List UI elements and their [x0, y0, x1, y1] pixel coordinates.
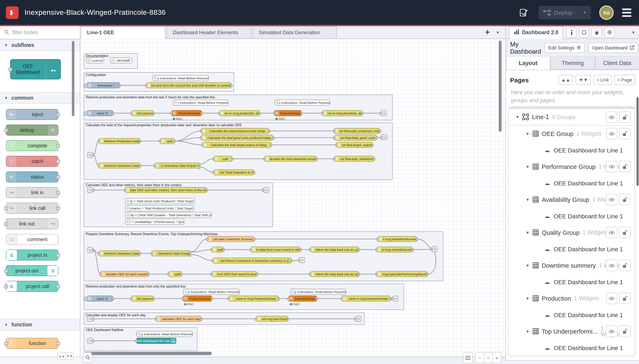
ai-flow-assistant-icon[interactable]	[518, 6, 530, 18]
tree-widget[interactable]: OEE Dashboard for Line 1	[509, 175, 635, 191]
palette-node-link-in[interactable]: ↪link in	[6, 187, 58, 198]
comment-node[interactable]: Key Instructions: Read Before Proceeding	[290, 289, 346, 295]
sort-node[interactable]: ⇅Sort data from most recent to oldest	[251, 246, 300, 252]
tree-widget[interactable]: OEE Dashboard for Line 1	[509, 306, 635, 323]
palette-node-link-out[interactable]: link out↪	[6, 218, 58, 229]
chevron-down-icon[interactable]: ▼	[516, 115, 519, 119]
main-menu-icon[interactable]	[622, 8, 631, 17]
inject-node[interactable]: ➤inject ↻	[87, 110, 113, 116]
change-node[interactable]: ⇄Retrieve Downtime Data	[99, 162, 140, 168]
tree-group-downtime-summery[interactable]: ▼Downtime summery1 Widgets	[509, 257, 635, 274]
link-out-node[interactable]: ↪	[381, 110, 387, 116]
tree-widget[interactable]: OEE Dashboard for Line 1	[509, 241, 635, 257]
expand-all-button[interactable]: ▼▼	[576, 75, 591, 85]
navigator-toggle-icon[interactable]	[464, 352, 472, 363]
tree-group-oee[interactable]: ▼OEE Group1 Widgets	[509, 126, 635, 142]
change-node[interactable]: ⇄set flow.total_good_units	[334, 135, 377, 140]
visibility-eye-icon[interactable]	[606, 128, 617, 139]
join-node[interactable]: |◂Combine the data back into an array.	[310, 271, 359, 277]
unlock-icon[interactable]	[619, 326, 630, 337]
visibility-eye-icon[interactable]	[606, 161, 617, 172]
palette-node-inject[interactable]: ➤inject	[6, 109, 58, 120]
add-link-button[interactable]: + Link	[593, 75, 612, 85]
add-page-button[interactable]: + Page	[614, 75, 635, 85]
change-node[interactable]: ⇄Set params	[131, 296, 153, 302]
unlock-icon[interactable]	[619, 112, 630, 123]
split-node[interactable]: ▸|split	[160, 138, 175, 144]
tree-widget[interactable]: OEE Dashboard for Line 1	[509, 340, 635, 356]
tab-dashboard-header-elements[interactable]: Dashboard Header Elements	[167, 26, 251, 38]
comment-node[interactable]: README	[110, 58, 132, 63]
deploy-options-caret[interactable]: ▼	[578, 6, 591, 19]
function-node[interactable]: ƒcalculate OEE for each day	[156, 316, 201, 322]
zoom-reset-button[interactable]: ○	[484, 352, 492, 363]
link-in-node[interactable]: ↪	[87, 247, 93, 253]
collapse-all-button[interactable]: ▲▲	[558, 75, 573, 85]
comment-node[interactable]: Key Instructions: Read Before Proceeding	[183, 289, 240, 295]
sort-node[interactable]: ⇅Sort OEE from worst to best	[212, 271, 257, 277]
tree-drag-handle[interactable]	[509, 107, 635, 109]
switch-node[interactable]: <Is Downtime Data Empty?	[152, 250, 190, 256]
change-node[interactable]: ⇄set msg.oeeTrend	[256, 316, 288, 322]
tree-group-quality[interactable]: ▼Quality Group1 Widgets	[509, 224, 635, 241]
palette-category-function[interactable]: ▼ function	[0, 319, 80, 331]
unlock-icon[interactable]	[619, 194, 630, 205]
palette-scrollbar[interactable]	[72, 41, 74, 116]
function-node[interactable]: ƒCalculate OEE for each machine	[101, 271, 148, 277]
calc-node[interactable]: ▤Calculate the total target output of to…	[202, 142, 271, 148]
comment-node[interactable]: License	[86, 58, 104, 63]
palette-node-project-call[interactable]: ≤project call	[6, 281, 58, 292]
tab-theming[interactable]: Theming	[550, 56, 595, 70]
link-in-node[interactable]: ↪	[87, 316, 93, 322]
link-out-node[interactable]: ↪	[382, 134, 388, 140]
tab-layout[interactable]: Layout	[506, 56, 550, 70]
unlock-icon[interactable]	[619, 227, 630, 238]
palette-category-common[interactable]: ▼ common	[0, 92, 80, 104]
calc-node[interactable]: ▤Calculate the total produced units toda…	[201, 128, 269, 134]
change-node[interactable]: ⇄set msg.recentDowntime	[377, 246, 413, 252]
change-node[interactable]: ⇄Set and store the current line and shif…	[146, 82, 231, 88]
inject-button[interactable]	[84, 84, 88, 88]
change-node[interactable]: ⇄Set params	[131, 110, 153, 116]
palette-node-status[interactable]: ∿status	[6, 172, 58, 182]
change-node[interactable]: ⇄Retrieve Production Data	[99, 138, 140, 144]
switch-node[interactable]: <Is Downtime Data Empty?	[155, 162, 199, 168]
inject-button[interactable]	[84, 112, 88, 116]
calc-node[interactable]: ▤Calculate the total good units produced…	[201, 135, 273, 140]
change-node[interactable]: ⇄store in msg.DowntimeData	[342, 296, 390, 302]
link-in-node[interactable]: ↪	[87, 152, 93, 158]
visibility-eye-icon[interactable]	[606, 194, 617, 205]
link-in-node[interactable]: ↪	[87, 187, 93, 193]
tab-line-1-oee[interactable]: Line-1 OEE	[81, 26, 165, 39]
tree-group-availability[interactable]: ▼Availability Group1 Widgets	[509, 191, 635, 208]
tree-group-production[interactable]: ▼Production1 Widgets	[509, 290, 635, 306]
link-out-node[interactable]: ↪	[299, 257, 305, 263]
comment-node[interactable]: Performance = Total Produced Units / Tot…	[125, 205, 194, 211]
tree-group-top-underperforming[interactable]: ▼Top Underperformi...1 Widgets	[509, 323, 635, 340]
comment-node[interactable]: OEE = (Availability) * (Performance) * (…	[125, 219, 184, 225]
production-data-node[interactable]: ✎ProductionData RWC	[172, 110, 202, 116]
zoom-out-button[interactable]: −	[475, 352, 484, 363]
add-flow-icon[interactable]: ✚	[485, 29, 490, 36]
split-node[interactable]: ▸|split	[169, 271, 181, 277]
calc-node[interactable]: ▤Calculate the total downtime duration	[264, 156, 316, 162]
tab-dashboard-2-0[interactable]: Dashboard 2.0	[509, 26, 563, 39]
change-node[interactable]: ⇄store in msg.downtime_data	[323, 110, 362, 116]
change-node[interactable]: ⇄set flow.total_produced_units	[334, 128, 380, 134]
change-node[interactable]: ⇄set flow.target_output	[337, 142, 372, 148]
collapse-all-icon[interactable]: ▲▲	[58, 352, 66, 359]
downtime-data-node[interactable]: ✎DowntimeData RWC	[289, 296, 316, 302]
group-calculate-display-oee[interactable]: Calculate and display OEE for each day.	[84, 312, 365, 325]
expand-all-icon[interactable]: ▼▼	[66, 352, 73, 359]
visibility-eye-icon[interactable]	[606, 326, 617, 337]
unlock-icon[interactable]	[619, 161, 630, 172]
visibility-eye-icon[interactable]	[606, 293, 617, 304]
change-node[interactable]: ⇄Calculate OEE and other metrics, then s…	[125, 187, 207, 193]
tree-group-performance[interactable]: ▼Performance Group1 Widgets	[509, 158, 635, 175]
palette-node-comment[interactable]: comment	[6, 234, 58, 245]
zoom-in-button[interactable]: ＋	[492, 352, 501, 363]
change-node[interactable]: ⇄set msg.downtimeSummery	[378, 236, 417, 242]
palette-search[interactable]: filter nodes	[0, 26, 80, 39]
production-data-node[interactable]: ✎ProductionData RWC	[183, 296, 212, 302]
change-node[interactable]: ⇄set flow.total_downtime	[334, 156, 374, 162]
